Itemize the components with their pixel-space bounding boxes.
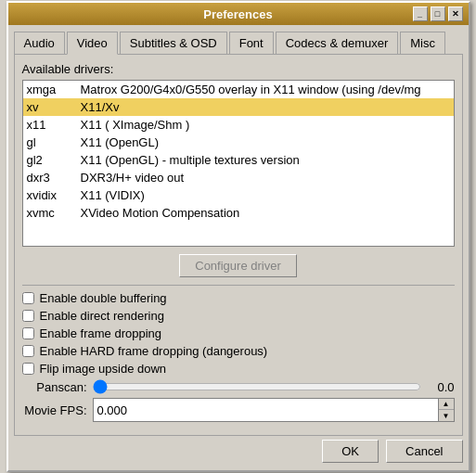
tab-video[interactable]: Video xyxy=(67,32,118,55)
movie-fps-input[interactable] xyxy=(93,398,439,422)
separator xyxy=(22,285,455,286)
flip-image-row: Flip image upside down xyxy=(22,362,455,376)
driver-row-xv[interactable]: xv X11/Xv xyxy=(23,98,454,116)
tab-misc[interactable]: Misc xyxy=(400,32,445,55)
ok-button[interactable]: OK xyxy=(322,440,379,463)
panscan-slider[interactable] xyxy=(93,379,421,394)
configure-driver-button[interactable]: Configure driver xyxy=(179,254,297,277)
panscan-label: Panscan: xyxy=(22,380,87,394)
direct-rendering-checkbox[interactable] xyxy=(22,310,34,322)
movie-fps-spinner: ▲ ▼ xyxy=(93,398,455,422)
double-buffering-label: Enable double buffering xyxy=(40,291,167,305)
spinner-up-button[interactable]: ▲ xyxy=(439,399,454,410)
double-buffering-checkbox[interactable] xyxy=(22,292,34,304)
flip-image-label: Flip image upside down xyxy=(40,362,167,376)
driver-row-gl2[interactable]: gl2 X11 (OpenGL) - multiple textures ver… xyxy=(23,151,454,169)
driver-name-dxr3: dxr3 xyxy=(27,171,73,185)
flip-image-checkbox[interactable] xyxy=(22,363,34,375)
direct-rendering-label: Enable direct rendering xyxy=(40,309,164,323)
driver-desc-xvmc: XVideo Motion Compensation xyxy=(81,206,240,220)
hard-frame-dropping-checkbox[interactable] xyxy=(22,345,34,357)
driver-desc-x11: X11 ( XImage/Shm ) xyxy=(81,118,190,132)
driver-name-gl: gl xyxy=(27,135,73,149)
driver-name-xvidix: xvidix xyxy=(27,188,73,202)
spinner-buttons: ▲ ▼ xyxy=(439,398,455,422)
bottom-buttons: OK Cancel xyxy=(14,436,463,465)
driver-name-xvmc: xvmc xyxy=(27,206,73,220)
panscan-value: 0.0 xyxy=(427,380,455,394)
movie-fps-row: Movie FPS: ▲ ▼ xyxy=(22,398,455,422)
titlebar: Preferences _ □ ✕ xyxy=(8,3,469,25)
driver-row-x11[interactable]: x11 X11 ( XImage/Shm ) xyxy=(23,116,454,134)
hard-frame-dropping-label: Enable HARD frame dropping (dangerous) xyxy=(40,344,268,358)
tab-audio[interactable]: Audio xyxy=(14,32,65,55)
driver-name-xmga: xmga xyxy=(27,83,73,96)
tab-font[interactable]: Font xyxy=(229,32,274,55)
driver-desc-gl2: X11 (OpenGL) - multiple textures version xyxy=(81,153,300,167)
driver-list[interactable]: xmga Matrox G200/G4x0/G550 overlay in X1… xyxy=(22,80,455,247)
available-drivers-label: Available drivers: xyxy=(22,62,455,76)
tab-bar: Audio Video Subtitles & OSD Font Codecs … xyxy=(14,31,463,54)
driver-desc-xv: X11/Xv xyxy=(81,100,120,114)
close-button[interactable]: ✕ xyxy=(448,6,463,21)
window-content: Audio Video Subtitles & OSD Font Codecs … xyxy=(8,25,469,470)
tab-codecs[interactable]: Codecs & demuxer xyxy=(276,32,399,55)
direct-rendering-row: Enable direct rendering xyxy=(22,309,455,323)
minimize-button[interactable]: _ xyxy=(413,6,428,21)
driver-name-xv: xv xyxy=(27,100,73,114)
driver-desc-xvidix: X11 (VIDIX) xyxy=(81,188,145,202)
hard-frame-dropping-row: Enable HARD frame dropping (dangerous) xyxy=(22,344,455,358)
window-title: Preferences xyxy=(64,7,413,21)
frame-dropping-row: Enable frame dropping xyxy=(22,326,455,340)
maximize-button[interactable]: □ xyxy=(431,6,445,21)
driver-row-gl[interactable]: gl X11 (OpenGL) xyxy=(23,134,454,151)
driver-desc-xmga: Matrox G200/G4x0/G550 overlay in X11 win… xyxy=(81,83,421,96)
panscan-row: Panscan: 0.0 xyxy=(22,379,455,394)
driver-row-xmga[interactable]: xmga Matrox G200/G4x0/G550 overlay in X1… xyxy=(23,81,454,98)
titlebar-buttons: _ □ ✕ xyxy=(413,6,463,21)
driver-desc-dxr3: DXR3/H+ video out xyxy=(81,171,185,185)
movie-fps-label: Movie FPS: xyxy=(22,403,87,417)
driver-name-gl2: gl2 xyxy=(27,153,73,167)
driver-row-xvmc[interactable]: xvmc XVideo Motion Compensation xyxy=(23,204,454,222)
tab-subtitles[interactable]: Subtitles & OSD xyxy=(120,32,227,55)
frame-dropping-label: Enable frame dropping xyxy=(40,326,162,340)
video-tab-content: Available drivers: xmga Matrox G200/G4x0… xyxy=(14,54,463,436)
preferences-window: Preferences _ □ ✕ Audio Video Subtitles … xyxy=(6,1,470,472)
driver-desc-gl: X11 (OpenGL) xyxy=(81,135,160,149)
driver-row-dxr3[interactable]: dxr3 DXR3/H+ video out xyxy=(23,169,454,186)
double-buffering-row: Enable double buffering xyxy=(22,291,455,305)
spinner-down-button[interactable]: ▼ xyxy=(439,410,454,421)
driver-name-x11: x11 xyxy=(27,118,73,132)
cancel-button[interactable]: Cancel xyxy=(386,440,462,463)
frame-dropping-checkbox[interactable] xyxy=(22,327,34,339)
driver-row-xvidix[interactable]: xvidix X11 (VIDIX) xyxy=(23,186,454,204)
